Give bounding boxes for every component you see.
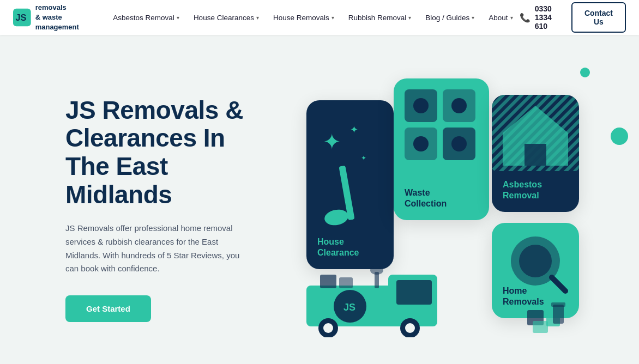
svg-point-30: [405, 323, 415, 333]
svg-text:JS: JS: [15, 13, 26, 22]
hero-title: JS Removals & Clearances In The East Mid…: [65, 96, 273, 209]
phone-number: 0330 1334 610: [535, 4, 563, 31]
svg-rect-32: [339, 277, 353, 288]
nav-right: 📞 0330 1334 610 Contact Us: [520, 2, 626, 33]
card-label-waste: WasteCollection: [405, 187, 478, 209]
hero-description: JS Removals offer professional home remo…: [65, 222, 240, 276]
nav-item-blog[interactable]: Blog / Guides ▾: [419, 9, 481, 26]
navbar: JS removals & waste management Asbestos …: [0, 0, 639, 35]
contact-us-button[interactable]: Contact Us: [571, 2, 626, 33]
nav-item-asbestos[interactable]: Asbestos Removal ▾: [106, 9, 186, 26]
cards-scene: ✦ ✦ ✦ HouseClearance: [279, 78, 584, 340]
nav-item-rubbish-removal[interactable]: Rubbish Removal ▾: [342, 9, 418, 26]
svg-point-6: [323, 208, 349, 227]
svg-point-13: [413, 136, 429, 151]
svg-rect-37: [533, 321, 548, 333]
svg-text:✦: ✦: [323, 130, 341, 154]
card-label-asbestos: AsbestosRemoval: [503, 179, 568, 201]
svg-point-11: [413, 98, 429, 113]
svg-rect-38: [553, 305, 564, 324]
hero-left: JS Removals & Clearances In The East Mid…: [65, 96, 273, 322]
svg-text:✦: ✦: [361, 154, 366, 162]
svg-text:✦: ✦: [350, 124, 358, 135]
logo-name: removals: [35, 3, 89, 12]
card-label-home: HomeRemovals: [503, 286, 568, 307]
svg-point-34: [370, 266, 383, 275]
chevron-down-icon: ▾: [510, 15, 513, 21]
decorative-dot-2: [611, 128, 628, 145]
logo-tagline: & waste management: [35, 13, 79, 31]
svg-rect-24: [396, 280, 432, 305]
card-house-clearance[interactable]: ✦ ✦ ✦ HouseClearance: [306, 100, 394, 269]
hero-section: JS Removals & Clearances In The East Mid…: [0, 35, 639, 364]
svg-rect-18: [525, 144, 546, 166]
logo[interactable]: JS removals & waste management: [13, 3, 89, 32]
card-waste-collection[interactable]: WasteCollection: [394, 78, 489, 220]
chevron-down-icon: ▾: [331, 15, 334, 21]
hero-right: ✦ ✦ ✦ HouseClearance: [273, 68, 595, 351]
svg-text:JS: JS: [343, 302, 355, 313]
phone-icon: 📞: [520, 13, 531, 23]
nav-item-about[interactable]: About ▾: [482, 9, 519, 26]
truck-illustration: JS: [290, 258, 459, 337]
chevron-down-icon: ▾: [177, 15, 179, 21]
phone-wrap[interactable]: 📞 0330 1334 610: [520, 4, 563, 31]
card-label-house: HouseClearance: [317, 236, 383, 258]
svg-point-14: [451, 136, 467, 151]
svg-point-20: [519, 245, 552, 277]
chevron-down-icon: ▾: [256, 15, 259, 21]
nav-links: Asbestos Removal ▾ House Clearances ▾ Ho…: [106, 9, 519, 26]
svg-rect-31: [320, 275, 336, 288]
nav-item-house-removals[interactable]: House Removals ▾: [267, 9, 341, 26]
nav-item-house-clearances[interactable]: House Clearances ▾: [187, 9, 266, 26]
svg-point-28: [323, 323, 333, 333]
card-home-removals[interactable]: HomeRemovals: [492, 223, 579, 318]
chevron-down-icon: ▾: [472, 15, 474, 21]
get-started-button[interactable]: Get Started: [65, 295, 151, 322]
chevron-down-icon: ▾: [408, 15, 411, 21]
svg-point-12: [451, 98, 467, 113]
card-asbestos-removal[interactable]: AsbestosRemoval: [492, 95, 579, 212]
